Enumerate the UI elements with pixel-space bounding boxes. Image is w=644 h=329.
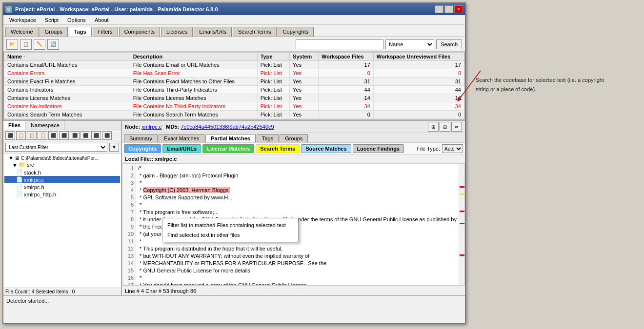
file-tree[interactable]: ▼ 🖥 C:\Palamida\6.8\docs\tutorial\ePor..…	[3, 154, 121, 288]
left-panel: Files Namespace ⬛ 📋 📋 📋 ⬛ ⬛ ⬛ ⬛ ⬛ ⬛ Last…	[3, 121, 122, 295]
tab-emails-urls[interactable]: Emails/Urls	[194, 27, 232, 37]
tab-filters[interactable]: Filters	[93, 27, 118, 37]
filter-arrow-btn[interactable]: ▼	[109, 143, 119, 152]
panel-btn-7[interactable]: ⬛	[70, 131, 80, 140]
menu-options[interactable]: Options	[63, 16, 90, 24]
toolbar: 📂 📋 ✏️ 🔄 Name Search	[3, 37, 465, 52]
tab-groups[interactable]: Groups	[280, 134, 308, 142]
table-row[interactable]: Contains Indicators File Contains Third-…	[4, 86, 464, 94]
badge-lucene-findings[interactable]: Lucene Findings	[353, 144, 404, 153]
line-number: 4	[124, 187, 134, 194]
toolbar-btn-4[interactable]: 🔄	[47, 39, 59, 50]
search-button[interactable]: Search	[436, 39, 462, 49]
node-tool-1[interactable]: ⊞	[428, 122, 439, 132]
panel-btn-6[interactable]: ⬛	[59, 131, 69, 140]
title-bar: ⚙ Project: ePortal - Workspace: ePortal …	[3, 3, 465, 15]
tags-table-container[interactable]: Name↑ Description Type System Workspace …	[3, 52, 465, 120]
tab-exact-matches[interactable]: Exact Matches	[159, 134, 204, 142]
tab-copyrights[interactable]: Copyrights	[278, 27, 314, 37]
panel-btn-4[interactable]: 📋	[38, 131, 47, 140]
menu-workspace[interactable]: Workspace	[5, 16, 40, 24]
tab-licenses[interactable]: Licenses	[161, 27, 193, 37]
table-row[interactable]: Contains License Matches File Contains L…	[4, 94, 464, 102]
cell-desc: File Has Scan Error	[130, 69, 257, 77]
panel-tab-files[interactable]: Files	[3, 121, 26, 130]
node-info: Node: xmlrpc.c MD5: 7e0ca84a44501336f9ab…	[125, 124, 274, 130]
badge-source-matches[interactable]: Source Matches	[301, 144, 351, 153]
tree-item-xmlrpc-http[interactable]: 📄 xmlrpc_http.h	[4, 191, 120, 198]
badge-copyrights[interactable]: Copyrights	[124, 144, 161, 153]
line-numbers: 12345678910111213141516171819	[122, 164, 136, 285]
line-number: 16	[124, 274, 134, 282]
table-row[interactable]: Contains Errors File Has Scan Error Pick…	[4, 69, 464, 77]
tab-welcome[interactable]: Welcome	[5, 27, 39, 37]
node-tool-2[interactable]: ⊟	[440, 122, 450, 132]
cell-name: Contains Email/URL Matches	[4, 61, 130, 69]
code-line: *	[138, 179, 457, 187]
table-row[interactable]: Contains Search Term Matches File Contai…	[4, 111, 464, 119]
panel-tab-namespace[interactable]: Namespace	[26, 121, 65, 130]
tab-tags[interactable]: Tags	[69, 27, 92, 37]
panel-btn-10[interactable]: ⬛	[102, 131, 112, 140]
panel-btn-9[interactable]: ⬛	[91, 131, 101, 140]
tree-item-stack[interactable]: 📄 stack.h	[4, 169, 120, 176]
minimize-button[interactable]: _	[435, 5, 443, 13]
panel-btn-5[interactable]: ⬛	[48, 131, 58, 140]
node-md5-value: 7e0ca84a44501336f9ab74a2b42540c9	[181, 124, 274, 130]
col-header-unreviewed[interactable]: Workspace Unreviewed Files	[373, 53, 464, 61]
tab-tags[interactable]: Tags	[257, 134, 279, 142]
search-type-select[interactable]: Name	[385, 39, 434, 49]
col-header-type[interactable]: Type	[257, 53, 289, 61]
node-tool-3[interactable]: ✏	[451, 122, 462, 132]
tree-item-root[interactable]: ▼ 🖥 C:\Palamida\6.8\docs\tutorial\ePor..…	[4, 155, 120, 161]
badge-email-urls[interactable]: Email/URLs	[162, 144, 201, 153]
maximize-button[interactable]: □	[444, 5, 453, 13]
menu-about[interactable]: About	[91, 16, 113, 24]
toolbar-btn-1[interactable]: 📂	[6, 39, 18, 50]
tab-search-terms[interactable]: Search Terms	[233, 27, 277, 37]
toolbar-btn-2[interactable]: 📋	[20, 39, 32, 50]
node-file-link[interactable]: xmlrpc.c	[141, 124, 161, 130]
main-tabs: Welcome Groups Tags Filters Components L…	[3, 25, 465, 37]
col-header-desc[interactable]: Description	[130, 53, 257, 61]
context-menu-item-2[interactable]: Find selected text in other files	[162, 230, 298, 240]
col-header-name[interactable]: Name↑	[4, 53, 130, 61]
close-button[interactable]: ✕	[454, 5, 463, 13]
tree-item-xmlrpc-c[interactable]: 📄 xmlrpc.c	[4, 176, 120, 183]
status-bar: Detector started...	[3, 295, 465, 305]
panel-tabs: Files Namespace	[3, 121, 121, 130]
cell-system: Yes	[290, 61, 319, 69]
tab-partial-matches[interactable]: Partial Matches	[205, 134, 256, 142]
node-bar: Node: xmlrpc.c MD5: 7e0ca84a44501336f9ab…	[122, 121, 465, 133]
col-header-files[interactable]: Workspace Files	[319, 53, 374, 61]
code-line: * You should have received a copy of the…	[138, 282, 457, 285]
main-window: ⚙ Project: ePortal - Workspace: ePortal …	[2, 2, 466, 324]
table-row[interactable]: Contains No Indicators File Contains No …	[4, 102, 464, 111]
table-row[interactable]: Contains Exact File Matches File Contain…	[4, 77, 464, 86]
highlight-text: Copyright (C) 2003, Herman Bloggs	[143, 187, 230, 193]
tab-summary[interactable]: Summary	[124, 134, 158, 142]
badge-license-matches[interactable]: License Matches	[202, 144, 254, 153]
line-number: 9	[124, 223, 134, 231]
menu-script[interactable]: Script	[41, 16, 62, 24]
menu-bar: Workspace Script Options About	[3, 15, 465, 25]
context-menu-item-1[interactable]: Filter list to matched Files containing …	[162, 220, 298, 230]
table-row[interactable]: Contains Email/URL Matches File Contains…	[4, 61, 464, 69]
panel-btn-8[interactable]: ⬛	[80, 131, 90, 140]
file-type-select[interactable]: Auto	[442, 144, 463, 153]
tree-item-xmlrpc-h[interactable]: 📄 xmlrpc.h	[4, 183, 120, 191]
badge-search-terms[interactable]: Search Terms	[256, 144, 300, 153]
panel-btn-2[interactable]: 📋	[16, 131, 26, 140]
tab-groups[interactable]: Groups	[40, 27, 68, 37]
line-number: 6	[124, 201, 134, 209]
col-header-system[interactable]: System	[290, 53, 319, 61]
tree-item-src[interactable]: ▼ 📁 src	[4, 161, 120, 169]
tab-components[interactable]: Components	[119, 27, 160, 37]
cell-type: Pick: List	[257, 69, 289, 77]
toolbar-btn-3[interactable]: ✏️	[34, 39, 45, 50]
filter-dropdown[interactable]: Last Custom Filter	[5, 143, 107, 152]
panel-btn-3[interactable]: 📋	[27, 131, 37, 140]
code-line: * MERCHANTABILITY or FITNESS FOR A PARTI…	[138, 260, 457, 267]
search-input[interactable]	[296, 39, 383, 49]
panel-btn-1[interactable]: ⬛	[5, 131, 15, 140]
